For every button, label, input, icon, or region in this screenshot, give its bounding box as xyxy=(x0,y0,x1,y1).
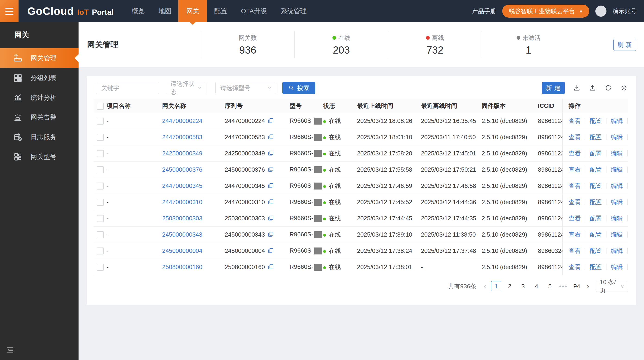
gateway-name-link[interactable]: 250800000160 xyxy=(162,264,202,270)
search-button[interactable]: 搜索 xyxy=(282,82,315,94)
edit-action[interactable]: 编辑 xyxy=(611,199,623,206)
page-1[interactable]: 1 xyxy=(491,281,501,291)
page-94[interactable]: 94 xyxy=(572,281,582,291)
hamburger-menu-icon[interactable] xyxy=(0,0,18,22)
export-upload-icon[interactable] xyxy=(589,84,596,92)
edit-action[interactable]: 编辑 xyxy=(611,264,623,270)
edit-action[interactable]: 编辑 xyxy=(611,215,623,222)
view-action[interactable]: 查看 xyxy=(569,150,581,157)
import-download-icon[interactable] xyxy=(573,84,580,92)
model-select[interactable]: 请选择型号 ∨ xyxy=(216,82,276,94)
row-checkbox[interactable] xyxy=(97,248,104,254)
nav-ota-upgrade[interactable]: OTA升级 xyxy=(234,0,274,22)
view-action[interactable]: 查看 xyxy=(569,231,581,238)
config-action[interactable]: 配置 xyxy=(590,134,602,140)
gateway-name-link[interactable]: 244700000345 xyxy=(162,182,202,189)
keyword-input[interactable]: 关键字 xyxy=(96,82,159,94)
status-select[interactable]: 请选择状态 ∨ xyxy=(166,82,206,94)
settings-gear-icon[interactable] xyxy=(620,84,628,92)
view-action[interactable]: 查看 xyxy=(569,117,581,124)
view-action[interactable]: 查看 xyxy=(569,264,581,270)
edit-action[interactable]: 编辑 xyxy=(611,247,623,254)
gateway-name-link[interactable]: 244700000310 xyxy=(162,199,202,206)
row-checkbox[interactable] xyxy=(97,166,104,173)
row-checkbox[interactable] xyxy=(97,183,104,190)
copy-icon[interactable] xyxy=(268,199,274,205)
edit-action[interactable]: 编辑 xyxy=(611,182,623,189)
config-action[interactable]: 配置 xyxy=(590,199,602,206)
copy-icon[interactable] xyxy=(268,264,274,270)
sidebar-item-statistics[interactable]: 统计分析 xyxy=(0,88,78,107)
edit-action[interactable]: 编辑 xyxy=(611,134,623,140)
copy-icon[interactable] xyxy=(268,215,274,221)
next-page-arrow[interactable]: › xyxy=(585,282,591,290)
row-checkbox[interactable] xyxy=(97,199,104,206)
sidebar-item-group-list[interactable]: 分组列表 xyxy=(0,68,78,88)
copy-icon[interactable] xyxy=(268,150,274,156)
more-pages-ellipsis[interactable]: ••• xyxy=(558,281,568,291)
edit-action[interactable]: 编辑 xyxy=(611,231,623,238)
view-action[interactable]: 查看 xyxy=(569,247,581,254)
edit-action[interactable]: 编辑 xyxy=(611,150,623,157)
gateway-name-link[interactable]: 245000000376 xyxy=(162,166,202,173)
page-size-select[interactable]: 10 条/页 ∨ xyxy=(596,281,628,292)
nav-overview[interactable]: 概览 xyxy=(125,0,152,22)
page-4[interactable]: 4 xyxy=(532,281,542,291)
row-checkbox[interactable] xyxy=(97,118,104,125)
row-checkbox[interactable] xyxy=(97,150,104,157)
copy-icon[interactable] xyxy=(268,134,274,140)
top-header: GoCloud IoT Portal 概览 地图 网关 配置 OTA升级 系统管… xyxy=(0,0,644,22)
gateway-name-link[interactable]: 244700000583 xyxy=(162,134,202,140)
platform-selector[interactable]: 锐谷智联工业物联云平台 ∨ xyxy=(502,5,589,18)
config-action[interactable]: 配置 xyxy=(590,182,602,189)
view-action[interactable]: 查看 xyxy=(569,199,581,206)
config-action[interactable]: 配置 xyxy=(590,215,602,222)
row-checkbox[interactable] xyxy=(97,231,104,238)
row-checkbox[interactable] xyxy=(97,134,104,141)
gateway-name-link[interactable]: 250300000303 xyxy=(162,215,202,222)
copy-icon[interactable] xyxy=(268,118,274,124)
gateway-name-link[interactable]: 242500000349 xyxy=(162,150,202,157)
nav-gateway[interactable]: 网关 xyxy=(178,0,207,22)
config-action[interactable]: 配置 xyxy=(590,264,602,270)
product-manual-link[interactable]: 产品手册 xyxy=(472,7,496,15)
view-action[interactable]: 查看 xyxy=(569,182,581,189)
sidebar-item-gateway-alarm[interactable]: 网关告警 xyxy=(0,107,78,127)
gateway-name-link[interactable]: 244700000224 xyxy=(162,117,202,124)
config-action[interactable]: 配置 xyxy=(590,231,602,238)
edit-action[interactable]: 编辑 xyxy=(611,117,623,124)
row-checkbox[interactable] xyxy=(97,264,104,271)
view-action[interactable]: 查看 xyxy=(569,215,581,222)
view-action[interactable]: 查看 xyxy=(569,134,581,140)
sidebar-item-log-service[interactable]: 日志服务 xyxy=(0,127,78,147)
create-button[interactable]: 新 建 xyxy=(542,82,565,94)
copy-icon[interactable] xyxy=(268,183,274,189)
page-5[interactable]: 5 xyxy=(545,281,555,291)
copy-icon[interactable] xyxy=(268,231,274,237)
config-action[interactable]: 配置 xyxy=(590,247,602,254)
row-checkbox[interactable] xyxy=(97,215,104,222)
select-all-checkbox[interactable] xyxy=(97,103,104,110)
gateway-name-link[interactable]: 245000000004 xyxy=(162,247,202,254)
view-action[interactable]: 查看 xyxy=(569,166,581,173)
page-3[interactable]: 3 xyxy=(518,281,528,291)
edit-action[interactable]: 编辑 xyxy=(611,166,623,173)
sidebar-item-gateway-model[interactable]: 网关型号 xyxy=(0,147,78,166)
reload-icon[interactable] xyxy=(604,84,612,92)
sidebar-item-gateway-management[interactable]: 网关管理 xyxy=(0,48,78,68)
copy-icon[interactable] xyxy=(268,166,274,172)
page-2[interactable]: 2 xyxy=(504,281,515,291)
nav-config[interactable]: 配置 xyxy=(207,0,234,22)
collapse-sidebar-icon[interactable] xyxy=(6,346,14,355)
copy-icon[interactable] xyxy=(268,248,274,254)
gateway-name-link[interactable]: 245000000343 xyxy=(162,231,202,238)
refresh-button[interactable]: 刷 新 xyxy=(614,39,636,51)
prev-page-arrow[interactable]: ‹ xyxy=(482,282,488,290)
avatar[interactable] xyxy=(595,6,606,17)
config-action[interactable]: 配置 xyxy=(590,117,602,124)
project-name-cell: - xyxy=(106,178,162,194)
nav-system-admin[interactable]: 系统管理 xyxy=(274,0,314,22)
config-action[interactable]: 配置 xyxy=(590,150,602,157)
config-action[interactable]: 配置 xyxy=(590,166,602,173)
nav-map[interactable]: 地图 xyxy=(152,0,178,22)
